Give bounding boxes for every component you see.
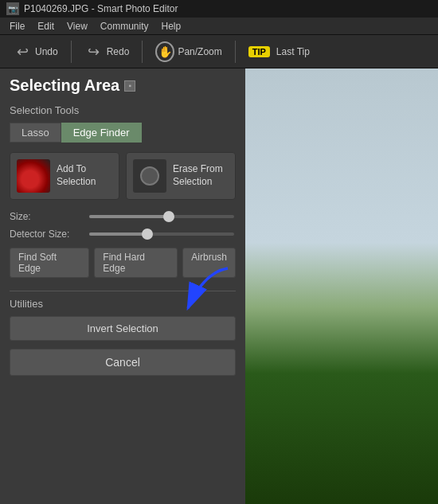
photo-background (245, 68, 438, 504)
size-slider-thumb[interactable] (163, 211, 174, 222)
erase-from-selection-label: Erase From Selection (173, 163, 223, 188)
left-panel: Selecting Area ▪ Selection Tools Lasso E… (0, 68, 245, 504)
app-icon: 📷 (6, 2, 19, 15)
erase-circle-shape (140, 166, 159, 186)
menu-view[interactable]: View (61, 19, 94, 33)
main-content: Selecting Area ▪ Selection Tools Lasso E… (0, 68, 438, 504)
size-label: Size: (10, 211, 81, 222)
panzoom-button[interactable]: ✋ Pan/Zoom (149, 40, 228, 64)
detector-size-slider-thumb[interactable] (142, 229, 153, 240)
redo-button[interactable]: Redo (78, 40, 136, 64)
panzoom-label: Pan/Zoom (178, 46, 221, 57)
tab-lasso[interactable]: Lasso (10, 123, 61, 143)
toolbar-separator (71, 41, 72, 63)
title-text: P1040269.JPG - Smart Photo Editor (24, 3, 178, 14)
erase-selection-visual (133, 159, 166, 193)
selection-buttons-row: Add To Selection Erase From Selection (10, 152, 236, 200)
photo-area (245, 68, 438, 504)
redo-label: Redo (107, 46, 130, 57)
last-tip-label: Last Tip (276, 46, 310, 57)
pan-hand-icon: ✋ (155, 41, 174, 62)
airbrush-button[interactable]: Airbrush (182, 248, 236, 278)
detector-size-slider-fill (89, 232, 147, 236)
panel-title-row: Selecting Area ▪ (10, 76, 236, 95)
add-selection-icon (17, 159, 50, 193)
panel-title-icon: ▪ (124, 80, 135, 92)
add-to-selection-button[interactable]: Add To Selection (10, 152, 119, 200)
panzoom-icon: ✋ (155, 42, 174, 61)
tabs-row: Lasso Edge Finder (10, 123, 236, 143)
menu-bar: File Edit View Community Help (0, 18, 438, 35)
toolbar-separator-3 (235, 41, 236, 63)
tip-badge: TIP (248, 46, 270, 57)
invert-selection-button[interactable]: Invert Selection (10, 316, 236, 341)
find-soft-edge-button[interactable]: Find Soft Edge (10, 248, 89, 278)
menu-edit[interactable]: Edit (31, 19, 61, 33)
menu-help[interactable]: Help (155, 19, 188, 33)
menu-community[interactable]: Community (94, 19, 155, 33)
add-to-selection-label: Add To Selection (57, 163, 96, 188)
detector-size-slider-track[interactable] (89, 232, 234, 236)
find-hard-edge-button[interactable]: Find Hard Edge (94, 248, 178, 278)
tab-edge-finder[interactable]: Edge Finder (61, 123, 142, 143)
utilities-label: Utilities (10, 298, 236, 310)
last-tip-button[interactable]: TIP Last Tip (242, 44, 316, 60)
selection-tools-label: Selection Tools (10, 104, 236, 116)
menu-file[interactable]: File (3, 19, 31, 33)
toolbar: Undo Redo ✋ Pan/Zoom TIP Last Tip (0, 35, 438, 68)
divider (10, 291, 236, 291)
redo-icon (84, 42, 104, 61)
edge-buttons-row: Find Soft Edge Find Hard Edge Airbrush (10, 248, 236, 278)
undo-button[interactable]: Undo (6, 40, 65, 64)
size-slider-row: Size: (10, 211, 236, 222)
toolbar-separator-2 (142, 41, 143, 63)
size-slider-fill (89, 215, 169, 218)
right-panel (245, 68, 438, 504)
panel-title: Selecting Area (10, 76, 119, 95)
title-bar: 📷 P1040269.JPG - Smart Photo Editor (0, 0, 438, 18)
erase-selection-icon (133, 159, 166, 193)
cancel-button[interactable]: Cancel (10, 349, 236, 376)
add-selection-visual (17, 159, 50, 193)
invert-selection-container: Invert Selection (10, 316, 236, 341)
erase-from-selection-button[interactable]: Erase From Selection (126, 152, 236, 200)
detector-size-label: Detector Size: (10, 229, 81, 240)
undo-label: Undo (35, 46, 58, 57)
size-slider-track[interactable] (89, 215, 234, 218)
undo-icon (13, 42, 32, 61)
detector-size-slider-row: Detector Size: (10, 229, 236, 240)
